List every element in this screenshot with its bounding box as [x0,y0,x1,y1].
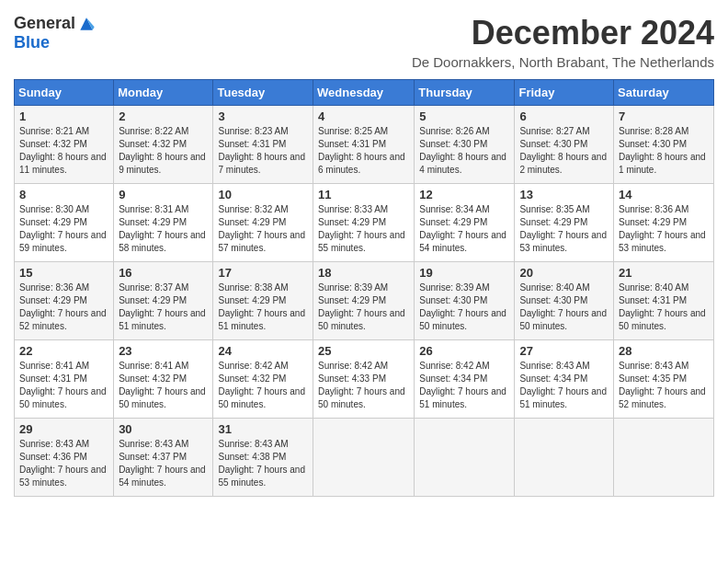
day-info: Sunrise: 8:31 AMSunset: 4:29 PMDaylight:… [119,204,206,253]
calendar-cell: 25 Sunrise: 8:42 AMSunset: 4:33 PMDaylig… [313,340,415,419]
day-info: Sunrise: 8:33 AMSunset: 4:29 PMDaylight:… [318,204,405,253]
calendar-cell: 1 Sunrise: 8:21 AMSunset: 4:32 PMDayligh… [15,106,114,184]
calendar-cell: 17 Sunrise: 8:38 AMSunset: 4:29 PMDaylig… [213,262,313,340]
day-info: Sunrise: 8:40 AMSunset: 4:31 PMDaylight:… [619,282,706,331]
day-number: 24 [218,344,308,358]
calendar-cell: 28 Sunrise: 8:43 AMSunset: 4:35 PMDaylig… [614,340,714,419]
calendar-cell: 29 Sunrise: 8:43 AMSunset: 4:36 PMDaylig… [15,419,114,497]
day-number: 19 [419,266,509,280]
day-number: 17 [218,266,308,280]
day-number: 31 [218,422,308,436]
day-number: 2 [119,109,208,123]
calendar-cell: 11 Sunrise: 8:33 AMSunset: 4:29 PMDaylig… [313,184,415,262]
calendar-cell: 19 Sunrise: 8:39 AMSunset: 4:30 PMDaylig… [415,262,515,340]
calendar-cell [515,419,614,497]
calendar-cell [614,419,714,497]
day-info: Sunrise: 8:36 AMSunset: 4:29 PMDaylight:… [19,282,107,331]
day-info: Sunrise: 8:38 AMSunset: 4:29 PMDaylight:… [218,282,305,331]
col-wednesday: Wednesday [313,80,415,106]
calendar-cell: 20 Sunrise: 8:40 AMSunset: 4:30 PMDaylig… [515,262,614,340]
calendar-cell: 14 Sunrise: 8:36 AMSunset: 4:29 PMDaylig… [614,184,714,262]
day-number: 28 [619,344,709,358]
day-info: Sunrise: 8:43 AMSunset: 4:36 PMDaylight:… [19,439,107,488]
logo-blue-text: Blue [14,33,50,52]
day-number: 25 [318,344,409,358]
day-info: Sunrise: 8:35 AMSunset: 4:29 PMDaylight:… [519,204,607,253]
month-title: December 2024 [412,14,714,52]
day-info: Sunrise: 8:43 AMSunset: 4:34 PMDaylight:… [519,361,607,409]
day-info: Sunrise: 8:25 AMSunset: 4:31 PMDaylight:… [318,126,405,175]
day-info: Sunrise: 8:43 AMSunset: 4:35 PMDaylight:… [619,361,706,409]
day-number: 1 [19,109,108,123]
day-number: 23 [119,344,208,358]
day-number: 30 [119,422,208,436]
calendar-header-row: Sunday Monday Tuesday Wednesday Thursday… [15,80,714,106]
col-monday: Monday [114,80,213,106]
calendar-cell: 24 Sunrise: 8:42 AMSunset: 4:32 PMDaylig… [213,340,313,419]
title-section: December 2024 De Doornakkers, North Brab… [412,14,714,70]
calendar-cell: 7 Sunrise: 8:28 AMSunset: 4:30 PMDayligh… [614,106,714,184]
calendar-cell: 9 Sunrise: 8:31 AMSunset: 4:29 PMDayligh… [114,184,213,262]
day-number: 29 [19,422,108,436]
day-number: 10 [218,188,308,201]
day-number: 8 [19,188,108,201]
calendar-cell: 8 Sunrise: 8:30 AMSunset: 4:29 PMDayligh… [15,184,114,262]
week-row-2: 8 Sunrise: 8:30 AMSunset: 4:29 PMDayligh… [15,184,714,262]
calendar-cell: 15 Sunrise: 8:36 AMSunset: 4:29 PMDaylig… [15,262,114,340]
page-header: General Blue December 2024 De Doornakker… [14,14,714,70]
day-info: Sunrise: 8:43 AMSunset: 4:37 PMDaylight:… [119,439,206,488]
calendar-cell: 30 Sunrise: 8:43 AMSunset: 4:37 PMDaylig… [114,419,213,497]
day-number: 18 [318,266,409,280]
calendar-cell: 2 Sunrise: 8:22 AMSunset: 4:32 PMDayligh… [114,106,213,184]
day-info: Sunrise: 8:37 AMSunset: 4:29 PMDaylight:… [119,282,206,331]
calendar-cell: 18 Sunrise: 8:39 AMSunset: 4:29 PMDaylig… [313,262,415,340]
calendar-cell: 27 Sunrise: 8:43 AMSunset: 4:34 PMDaylig… [515,340,614,419]
day-info: Sunrise: 8:39 AMSunset: 4:30 PMDaylight:… [419,282,506,331]
week-row-4: 22 Sunrise: 8:41 AMSunset: 4:31 PMDaylig… [15,340,714,419]
day-number: 26 [419,344,509,358]
calendar-cell: 12 Sunrise: 8:34 AMSunset: 4:29 PMDaylig… [415,184,515,262]
calendar-cell: 13 Sunrise: 8:35 AMSunset: 4:29 PMDaylig… [515,184,614,262]
day-number: 16 [119,266,208,280]
logo-general-text: General [14,14,75,33]
day-info: Sunrise: 8:22 AMSunset: 4:32 PMDaylight:… [119,126,206,175]
col-thursday: Thursday [415,80,515,106]
day-number: 20 [519,266,609,280]
day-info: Sunrise: 8:42 AMSunset: 4:33 PMDaylight:… [318,361,405,409]
day-info: Sunrise: 8:39 AMSunset: 4:29 PMDaylight:… [318,282,405,331]
day-number: 7 [619,109,709,123]
day-number: 11 [318,188,409,201]
logo-icon [77,15,96,33]
calendar-cell [415,419,515,497]
day-number: 15 [19,266,108,280]
calendar-cell: 26 Sunrise: 8:42 AMSunset: 4:34 PMDaylig… [415,340,515,419]
day-info: Sunrise: 8:27 AMSunset: 4:30 PMDaylight:… [519,126,607,175]
week-row-5: 29 Sunrise: 8:43 AMSunset: 4:36 PMDaylig… [15,419,714,497]
day-info: Sunrise: 8:28 AMSunset: 4:30 PMDaylight:… [619,126,706,175]
logo: General Blue [14,14,96,52]
day-info: Sunrise: 8:40 AMSunset: 4:30 PMDaylight:… [519,282,607,331]
day-number: 5 [419,109,509,123]
day-number: 6 [519,109,609,123]
week-row-3: 15 Sunrise: 8:36 AMSunset: 4:29 PMDaylig… [15,262,714,340]
day-info: Sunrise: 8:36 AMSunset: 4:29 PMDaylight:… [619,204,706,253]
day-info: Sunrise: 8:23 AMSunset: 4:31 PMDaylight:… [218,126,305,175]
calendar-cell: 16 Sunrise: 8:37 AMSunset: 4:29 PMDaylig… [114,262,213,340]
calendar-cell: 4 Sunrise: 8:25 AMSunset: 4:31 PMDayligh… [313,106,415,184]
day-number: 13 [519,188,609,201]
calendar-cell [313,419,415,497]
col-friday: Friday [515,80,614,106]
col-sunday: Sunday [15,80,114,106]
day-info: Sunrise: 8:34 AMSunset: 4:29 PMDaylight:… [419,204,506,253]
day-number: 14 [619,188,709,201]
calendar-cell: 5 Sunrise: 8:26 AMSunset: 4:30 PMDayligh… [415,106,515,184]
day-info: Sunrise: 8:42 AMSunset: 4:34 PMDaylight:… [419,361,506,409]
col-saturday: Saturday [614,80,714,106]
calendar-cell: 21 Sunrise: 8:40 AMSunset: 4:31 PMDaylig… [614,262,714,340]
day-info: Sunrise: 8:43 AMSunset: 4:38 PMDaylight:… [218,439,305,488]
calendar-cell: 3 Sunrise: 8:23 AMSunset: 4:31 PMDayligh… [213,106,313,184]
week-row-1: 1 Sunrise: 8:21 AMSunset: 4:32 PMDayligh… [15,106,714,184]
calendar-cell: 31 Sunrise: 8:43 AMSunset: 4:38 PMDaylig… [213,419,313,497]
day-number: 4 [318,109,409,123]
day-number: 27 [519,344,609,358]
